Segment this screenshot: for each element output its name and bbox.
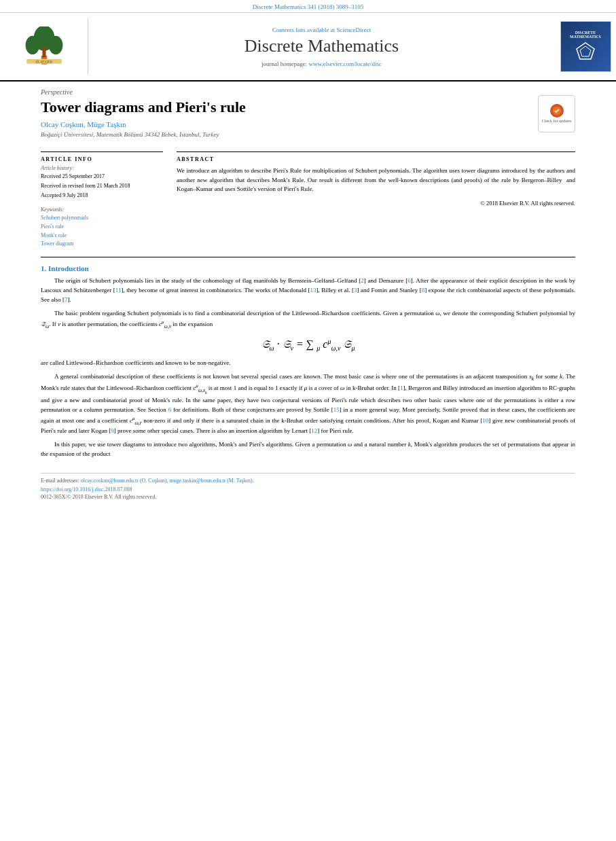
keyword-1: Schubert polynomials xyxy=(41,214,163,223)
elsevier-tree-icon: ELSEVIER xyxy=(20,26,68,67)
journal-cover: DISCRETEMATHEMATICS xyxy=(555,18,616,75)
math-equation: 𝔖ω · 𝔖ν = ∑μ cμω,ν 𝔖μ xyxy=(41,337,575,352)
footer-section: E-mail addresses: olcay.coskun@boun.edu.… xyxy=(41,473,575,500)
svg-marker-8 xyxy=(580,46,591,56)
sciencedirect-link-text[interactable]: ScienceDirect xyxy=(337,26,371,33)
article-info-panel: ARTICLE INFO Article history: Received 2… xyxy=(41,151,163,249)
title-authors-block: Perspective Tower diagrams and Pieri's r… xyxy=(41,88,531,146)
article-history-label: Article history: xyxy=(41,165,163,171)
intro-para-1: The origin of Schubert polynomials lies … xyxy=(41,276,575,305)
section-type-label: Perspective xyxy=(41,88,531,96)
another-text: another xyxy=(177,177,195,183)
journal-title: Discrete Mathematics xyxy=(244,36,399,56)
abstract-title: ABSTRACT xyxy=(177,156,575,162)
journal-homepage: journal homepage: www.elsevier.com/locat… xyxy=(261,60,382,67)
intro-para-5: In this paper, we use tower diagrams to … xyxy=(41,440,575,459)
article-affiliation: Boğaziçi Üniversitesi, Matematik Bölümü … xyxy=(41,131,531,138)
journal-cover-image: DISCRETEMATHEMATICS xyxy=(560,21,611,72)
svg-rect-4 xyxy=(42,47,46,57)
article-authors: Olcay Coşkun, Müge Taşkın xyxy=(41,120,531,128)
cover-pentagon-icon xyxy=(575,41,596,63)
keyword-2: Pieri's rule xyxy=(41,223,163,232)
top-bar: Discrete Mathematics 341 (2018) 3089–310… xyxy=(0,0,616,12)
sciencedirect-label: Contents lists available at ScienceDirec… xyxy=(272,26,371,33)
cover-label: DISCRETEMATHEMATICS xyxy=(570,31,601,39)
svg-text:ELSEVIER: ELSEVIER xyxy=(35,60,52,64)
check-updates-label: Check for updates xyxy=(542,119,572,124)
keywords-section: Keywords: Schubert polynomials Pieri's r… xyxy=(41,207,163,249)
keyword-4: Tower diagram xyxy=(41,240,163,249)
abstract-panel: ABSTRACT We introduce an algorithm to de… xyxy=(177,151,575,249)
abstract-text: We introduce an algorithm to describe Pi… xyxy=(177,166,575,194)
intro-para-4: A general combinatorial description of t… xyxy=(41,372,575,436)
article-info-abstract: ARTICLE INFO Article history: Received 2… xyxy=(41,151,575,249)
article-title: Tower diagrams and Pieri's rule xyxy=(41,99,531,116)
intro-para-3: are called Littlewood–Richardson coeffic… xyxy=(41,359,575,368)
email-addresses: E-mail addresses: olcay.coskun@boun.edu.… xyxy=(41,478,575,484)
journal-header-center: Contents lists available at ScienceDirec… xyxy=(88,18,555,75)
svg-point-3 xyxy=(48,35,62,54)
intro-para-2: The basic problem regarding Schubert pol… xyxy=(41,309,575,330)
check-updates-icon xyxy=(550,104,564,118)
article-header-row: Perspective Tower diagrams and Pieri's r… xyxy=(41,88,575,146)
elsevier-logo: ELSEVIER xyxy=(0,18,88,75)
top-bar-text: Discrete Mathematics 341 (2018) 3089–310… xyxy=(253,3,363,10)
email-values: olcay.coskun@boun.edu.tr (O. Coşkun), mu… xyxy=(81,478,254,484)
check-updates-badge: Check for updates xyxy=(538,95,575,132)
revised-date: Received in revised form 21 March 2018 xyxy=(41,182,163,190)
journal-header: ELSEVIER Contents lists available at Sci… xyxy=(0,12,616,82)
section-divider xyxy=(41,257,575,257)
doi-link[interactable]: https://doi.org/10.1016/j.disc.2018.07.0… xyxy=(41,486,575,493)
article-info-title: ARTICLE INFO xyxy=(41,156,163,162)
keyword-3: Monk's rule xyxy=(41,232,163,240)
svg-point-2 xyxy=(25,35,39,54)
keywords-label: Keywords: xyxy=(41,207,163,213)
main-content: Perspective Tower diagrams and Pieri's r… xyxy=(0,82,616,507)
homepage-url[interactable]: www.elsevier.com/locate/disc xyxy=(309,60,382,67)
copyright-text: © 2018 Elsevier B.V. All rights reserved… xyxy=(177,200,575,207)
intro-section-title: 1. Introduction xyxy=(41,264,575,272)
accepted-date: Accepted 9 July 2018 xyxy=(41,192,163,200)
issn-text: 0012-365X/© 2018 Elsevier B.V. All right… xyxy=(41,494,575,500)
received-date: Received 25 September 2017 xyxy=(41,173,163,181)
